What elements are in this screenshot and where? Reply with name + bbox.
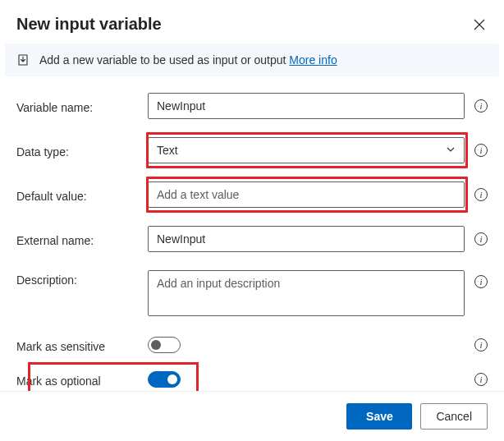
default-value-input[interactable] [148,181,465,208]
row-mark-sensitive: Mark as sensitive i [16,337,488,353]
row-data-type: Data type: Text i [16,137,488,163]
new-input-variable-dialog: New input variable Add a new variable to… [0,0,504,441]
info-icon[interactable]: i [474,275,488,288]
info-icon[interactable]: i [474,338,488,351]
row-variable-name: Variable name: i [16,93,488,119]
label-variable-name: Variable name: [16,98,148,114]
label-default-value: Default value: [16,186,148,203]
mark-optional-toggle[interactable] [148,371,181,388]
toggle-knob [151,340,161,350]
external-name-input[interactable] [148,226,465,252]
data-type-select[interactable]: Text [148,137,465,163]
form: Variable name: i Data type: Text i Defau… [0,76,504,388]
close-icon [474,19,485,30]
more-info-link[interactable]: More info [289,53,337,67]
banner-text: Add a new variable to be used as input o… [39,53,337,67]
dialog-title: New input variable [16,15,162,34]
variable-name-input[interactable] [148,93,465,119]
mark-sensitive-toggle[interactable] [148,337,181,353]
info-icon[interactable]: i [474,232,488,246]
label-data-type: Data type: [16,142,148,158]
row-default-value: Default value: i [16,181,488,208]
label-mark-sensitive: Mark as sensitive [16,337,148,353]
data-type-value: Text [157,144,178,157]
label-external-name: External name: [16,231,148,247]
row-external-name: External name: i [16,226,488,252]
save-button[interactable]: Save [346,403,412,430]
label-description: Description: [16,270,148,287]
row-mark-optional: Mark as optional i [16,371,488,388]
close-button[interactable] [471,16,488,33]
chevron-down-icon [446,144,456,157]
banner-message: Add a new variable to be used as input o… [39,53,289,67]
info-banner: Add a new variable to be used as input o… [5,44,499,76]
info-icon[interactable]: i [474,144,488,157]
download-import-icon [16,53,30,67]
description-input[interactable] [148,270,465,316]
dialog-header: New input variable [0,0,504,44]
dialog-footer: Save Cancel [0,391,504,441]
info-icon[interactable]: i [474,188,488,201]
info-icon[interactable]: i [474,373,488,386]
cancel-button[interactable]: Cancel [420,403,488,430]
row-description: Description: i [16,270,488,319]
toggle-knob [167,374,177,384]
label-mark-optional: Mark as optional [16,371,148,388]
info-icon[interactable]: i [474,99,488,113]
